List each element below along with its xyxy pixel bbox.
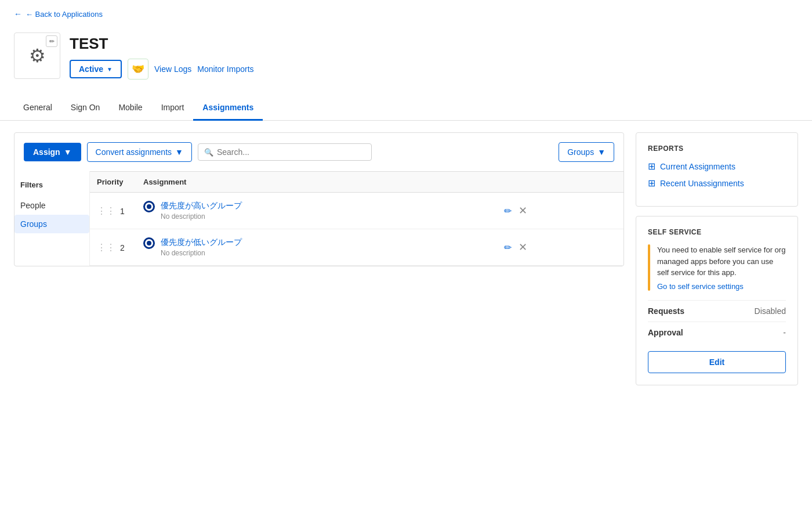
assignments-toolbar: Assign ▼ Convert assignments ▼ 🔍 Groups … <box>14 133 624 171</box>
assignment-name[interactable]: 優先度が高いグループ <box>161 201 242 211</box>
assignments-panel: Assign ▼ Convert assignments ▼ 🔍 Groups … <box>14 132 624 266</box>
row-actions-cell-1: ✏ ✕ <box>497 193 624 229</box>
table-row: ⋮⋮ 2 優先度が低いグループ No description ✏ ✕ <box>90 229 624 266</box>
warning-text: You need to enable self service for org … <box>657 245 785 277</box>
row-actions: ✏ ✕ <box>504 241 614 254</box>
approval-label: Approval <box>648 328 683 337</box>
search-input[interactable] <box>217 147 365 157</box>
assign-button[interactable]: Assign ▼ <box>24 143 81 161</box>
assignment-description: No description <box>161 249 242 257</box>
recent-unassignments-icon: ⊞ <box>648 178 655 189</box>
filter-sidebar: Filters People Groups <box>14 171 90 266</box>
assignment-header: Assignment <box>136 172 497 193</box>
tab-general[interactable]: General <box>14 96 61 121</box>
approval-value: - <box>783 328 786 337</box>
right-sidebar: REPORTS ⊞ Current Assignments ⊞ Recent U… <box>636 132 798 385</box>
main-content: Assign ▼ Convert assignments ▼ 🔍 Groups … <box>0 121 812 397</box>
tab-assignments[interactable]: Assignments <box>193 96 263 121</box>
convert-caret-icon: ▼ <box>175 147 183 157</box>
app-title: TEST <box>70 35 254 53</box>
priority-header: Priority <box>90 172 136 193</box>
app-header: ✏ ⚙ TEST Active ▼ 🤝 View Logs Monitor Im… <box>0 28 812 80</box>
requests-row: Requests Disabled <box>648 300 786 322</box>
assignments-table: Priority Assignment ⋮⋮ 1 <box>90 171 624 266</box>
table-body-area: Filters People Groups Priority Assignmen… <box>14 171 624 266</box>
monitor-imports-button[interactable]: Monitor Imports <box>197 64 253 74</box>
active-caret-icon: ▼ <box>107 66 113 73</box>
view-logs-button[interactable]: View Logs <box>154 64 191 74</box>
assign-caret-icon: ▼ <box>64 147 72 157</box>
handshake-icon-button[interactable]: 🤝 <box>128 59 148 80</box>
row-actions: ✏ ✕ <box>504 204 614 217</box>
edit-icon-button[interactable]: ✏ <box>46 35 57 47</box>
filter-list: People Groups <box>14 196 89 233</box>
assignment-info: 優先度が高いグループ No description <box>161 201 242 221</box>
convert-assignments-button[interactable]: Convert assignments ▼ <box>87 142 192 162</box>
handshake-icon: 🤝 <box>132 63 144 75</box>
back-arrow-icon: ← <box>14 9 22 19</box>
assignment-info: 優先度が低いグループ No description <box>161 237 242 257</box>
drag-handle-icon[interactable]: ⋮⋮ <box>97 243 115 252</box>
search-box: 🔍 <box>198 143 372 161</box>
groups-caret-icon: ▼ <box>597 147 606 157</box>
row-actions-cell-2: ✏ ✕ <box>497 229 624 266</box>
app-info: TEST Active ▼ 🤝 View Logs Monitor Import… <box>70 32 254 80</box>
table-area: Priority Assignment ⋮⋮ 1 <box>90 171 624 266</box>
groups-filter-button[interactable]: Groups ▼ <box>559 142 614 162</box>
recent-unassignments-link[interactable]: ⊞ Recent Unassignments <box>648 178 786 189</box>
table-row: ⋮⋮ 1 優先度が高いグループ No description ✏ ✕ <box>90 193 624 229</box>
approval-row: Approval - <box>648 322 786 343</box>
priority-value: 1 <box>120 207 125 216</box>
search-icon: 🔍 <box>204 148 213 157</box>
warning-block: You need to enable self service for org … <box>648 244 786 291</box>
current-assignments-link[interactable]: ⊞ Current Assignments <box>648 161 786 172</box>
assignment-cell-2: 優先度が低いグループ No description <box>136 229 497 266</box>
active-status-button[interactable]: Active ▼ <box>70 60 122 78</box>
gear-icon: ⚙ <box>29 45 46 67</box>
radio-icon <box>143 201 155 212</box>
app-actions: Active ▼ 🤝 View Logs Monitor Imports <box>70 59 254 80</box>
edit-assignment-button-1[interactable]: ✏ <box>504 205 512 216</box>
edit-assignment-button-2[interactable]: ✏ <box>504 242 512 253</box>
app-icon-box: ✏ ⚙ <box>14 32 60 79</box>
requests-label: Requests <box>648 306 684 316</box>
delete-assignment-button-1[interactable]: ✕ <box>519 204 527 217</box>
back-to-applications[interactable]: ← ← Back to Applications <box>0 0 812 28</box>
tab-sign-on[interactable]: Sign On <box>61 96 110 121</box>
self-service-edit-button[interactable]: Edit <box>648 351 786 373</box>
back-link-text: ← Back to Applications <box>26 10 103 19</box>
filter-groups[interactable]: Groups <box>14 215 89 233</box>
tab-mobile[interactable]: Mobile <box>109 96 151 121</box>
assignment-name[interactable]: 優先度が低いグループ <box>161 237 242 248</box>
current-assignments-icon: ⊞ <box>648 161 655 172</box>
drag-handle-icon[interactable]: ⋮⋮ <box>97 206 115 216</box>
reports-card: REPORTS ⊞ Current Assignments ⊞ Recent U… <box>636 132 798 207</box>
self-service-title: SELF SERVICE <box>648 228 786 236</box>
warning-bar <box>648 244 650 291</box>
filters-label: Filters <box>14 176 89 196</box>
reports-title: REPORTS <box>648 145 786 153</box>
assignment-cell-1: 優先度が高いグループ No description <box>136 193 497 229</box>
assignment-description: No description <box>161 212 242 221</box>
nav-tabs: General Sign On Mobile Import Assignment… <box>0 84 812 121</box>
warning-content: You need to enable self service for org … <box>657 244 786 291</box>
self-service-card: SELF SERVICE You need to enable self ser… <box>636 216 798 385</box>
radio-icon <box>143 237 155 249</box>
priority-cell-2: ⋮⋮ 2 <box>90 229 136 266</box>
tab-import[interactable]: Import <box>152 96 194 121</box>
filter-people[interactable]: People <box>14 196 89 215</box>
priority-cell-1: ⋮⋮ 1 <box>90 193 136 229</box>
delete-assignment-button-2[interactable]: ✕ <box>519 241 527 254</box>
requests-value: Disabled <box>755 306 786 316</box>
priority-value: 2 <box>120 243 125 252</box>
go-to-self-service-link[interactable]: Go to self service settings <box>657 282 786 291</box>
